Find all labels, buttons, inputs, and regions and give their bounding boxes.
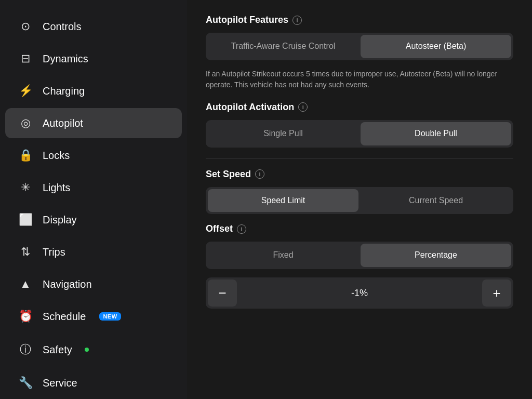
autopilot-activation-title: Autopilot Activationi	[206, 102, 513, 113]
sidebar: ⊙Controls⊟Dynamics⚡Charging◎Autopilot🔒Lo…	[0, 0, 187, 399]
controls-icon: ⊙	[18, 20, 33, 33]
activation-single-button[interactable]: Single Pull	[208, 122, 358, 145]
sidebar-item-dynamics[interactable]: ⊟Dynamics	[5, 44, 182, 74]
schedule-icon: ⏰	[18, 310, 33, 323]
offset-info-icon[interactable]: i	[237, 224, 246, 234]
offset-section: OffsetiFixedPercentage−-1%+	[206, 223, 513, 309]
autopilot-feature-autosteer-button[interactable]: Autosteer (Beta)	[361, 35, 511, 58]
autopilot-features-info-icon[interactable]: i	[292, 16, 302, 25]
sidebar-label-service: Service	[43, 377, 77, 389]
sidebar-item-locks[interactable]: 🔒Locks	[5, 140, 182, 170]
autopilot-activation-toggle-group: Single PullDouble Pull	[206, 120, 513, 148]
sidebar-label-schedule: Schedule	[43, 311, 86, 323]
offset-percentage-button[interactable]: Percentage	[361, 244, 511, 267]
sidebar-item-safety[interactable]: ⓘSafety	[5, 334, 182, 366]
autopilot-features-section: Autopilot FeaturesiTraffic-Aware Cruise …	[206, 15, 513, 90]
offset-toggle-group: FixedPercentage	[206, 242, 513, 269]
set-speed-section: Set SpeediSpeed LimitCurrent Speed	[206, 169, 513, 215]
divider-1	[206, 158, 513, 158]
activation-double-button[interactable]: Double Pull	[361, 122, 511, 145]
sidebar-label-autopilot: Autopilot	[43, 117, 83, 129]
trips-icon: ⇅	[18, 245, 33, 259]
sidebar-item-display[interactable]: ⬜Display	[5, 205, 182, 235]
autopilot-activation-info-icon[interactable]: i	[298, 102, 308, 112]
set-speed-title: Set Speedi	[206, 169, 513, 180]
autopilot-features-label: Autopilot Features	[206, 15, 288, 25]
lights-icon: ✳	[18, 181, 33, 194]
autopilot-activation-section: Autopilot ActivationiSingle PullDouble P…	[206, 102, 513, 148]
locks-icon: 🔒	[18, 149, 33, 162]
offset-fixed-button[interactable]: Fixed	[208, 244, 358, 267]
set-speed-info-icon[interactable]: i	[255, 169, 264, 179]
sidebar-item-autopilot[interactable]: ◎Autopilot	[5, 108, 182, 138]
offset-label: Offset	[206, 223, 233, 234]
set-speed-toggle-group: Speed LimitCurrent Speed	[206, 187, 513, 215]
sidebar-item-trips[interactable]: ⇅Trips	[5, 237, 182, 267]
offset-minus-button[interactable]: −	[208, 280, 237, 307]
sidebar-label-locks: Locks	[43, 150, 70, 162]
sidebar-item-controls[interactable]: ⊙Controls	[5, 11, 182, 42]
autopilot-features-toggle-group: Traffic-Aware Cruise ControlAutosteer (B…	[206, 33, 513, 60]
offset-title: Offseti	[206, 223, 513, 234]
sidebar-label-lights: Lights	[43, 182, 70, 194]
new-badge: NEW	[99, 312, 121, 321]
navigation-icon: ▲	[18, 277, 33, 291]
sidebar-item-navigation[interactable]: ▲Navigation	[5, 269, 182, 299]
sidebar-label-trips: Trips	[43, 246, 65, 258]
offset-stepper: −-1%+	[206, 277, 513, 309]
charging-icon: ⚡	[18, 84, 33, 98]
sidebar-item-lights[interactable]: ✳Lights	[5, 172, 182, 203]
autopilot-features-title: Autopilot Featuresi	[206, 15, 513, 25]
sidebar-label-display: Display	[43, 214, 77, 226]
main-content: Autopilot FeaturesiTraffic-Aware Cruise …	[187, 0, 532, 399]
offset-value: -1%	[237, 288, 482, 299]
sidebar-label-navigation: Navigation	[43, 278, 92, 290]
display-icon: ⬜	[18, 213, 33, 227]
sidebar-label-safety: Safety	[43, 344, 72, 356]
service-icon: 🔧	[18, 376, 33, 390]
set-speed-label: Set Speed	[206, 169, 251, 180]
speed-speed_limit-button[interactable]: Speed Limit	[208, 189, 358, 212]
safety-dot	[85, 348, 89, 352]
autopilot-feature-tacc-button[interactable]: Traffic-Aware Cruise Control	[208, 35, 358, 58]
sidebar-label-dynamics: Dynamics	[43, 53, 88, 65]
sidebar-item-charging[interactable]: ⚡Charging	[5, 76, 182, 106]
dynamics-icon: ⊟	[18, 52, 33, 65]
autopilot-description: If an Autopilot Strikeout occurs 5 times…	[206, 69, 513, 90]
sidebar-item-service[interactable]: 🔧Service	[5, 368, 182, 398]
speed-current_speed-button[interactable]: Current Speed	[361, 189, 511, 212]
autopilot-icon: ◎	[18, 116, 33, 130]
autopilot-activation-label: Autopilot Activation	[206, 102, 294, 113]
safety-icon: ⓘ	[18, 342, 33, 357]
sidebar-label-controls: Controls	[43, 21, 81, 33]
sidebar-label-charging: Charging	[43, 85, 85, 97]
offset-plus-button[interactable]: +	[482, 280, 511, 307]
sidebar-item-schedule[interactable]: ⏰ScheduleNEW	[5, 301, 182, 331]
